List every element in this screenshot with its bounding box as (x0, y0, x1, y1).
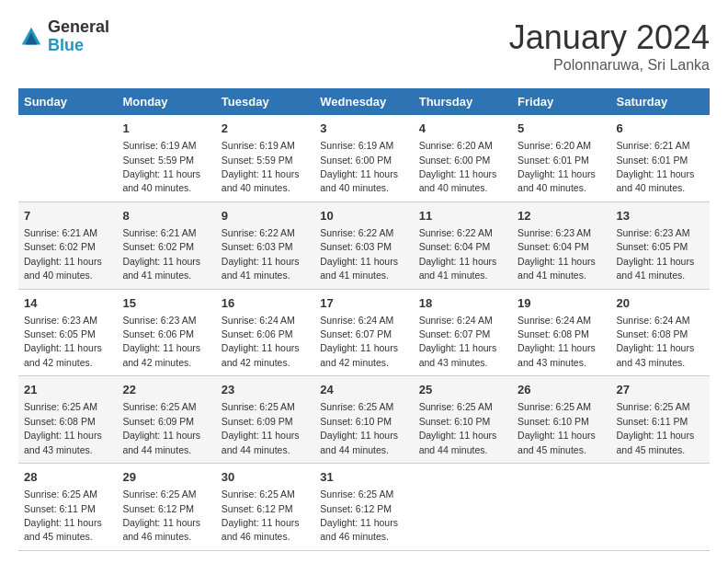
calendar-cell: 8Sunrise: 6:21 AMSunset: 6:02 PMDaylight… (117, 201, 215, 289)
sunrise-info: Sunrise: 6:25 AM (24, 401, 97, 412)
calendar-table: SundayMondayTuesdayWednesdayThursdayFrid… (18, 88, 710, 551)
day-number: 13 (617, 208, 704, 224)
sunrise-info: Sunrise: 6:20 AM (518, 140, 591, 151)
weekday-header-row: SundayMondayTuesdayWednesdayThursdayFrid… (18, 88, 710, 115)
sunrise-info: Sunrise: 6:25 AM (222, 488, 295, 500)
sunset-info: Sunset: 6:12 PM (222, 503, 293, 514)
sunrise-info: Sunrise: 6:24 AM (222, 315, 295, 326)
sunset-info: Sunset: 6:09 PM (222, 416, 293, 427)
daylight-info: Daylight: 11 hours and 40 minutes. (122, 168, 200, 193)
calendar-cell: 14Sunrise: 6:23 AMSunset: 6:05 PMDayligh… (18, 289, 117, 376)
sunset-info: Sunset: 6:00 PM (419, 155, 491, 166)
sunset-info: Sunset: 6:03 PM (320, 241, 392, 252)
sunrise-info: Sunrise: 6:19 AM (320, 140, 393, 151)
day-number: 25 (419, 382, 506, 398)
calendar-cell: 28Sunrise: 6:25 AMSunset: 6:11 PMDayligh… (18, 464, 117, 551)
sunset-info: Sunset: 5:59 PM (122, 155, 194, 166)
day-number: 18 (419, 295, 506, 312)
day-number: 27 (617, 382, 704, 398)
calendar-week-row: 21Sunrise: 6:25 AMSunset: 6:08 PMDayligh… (18, 376, 710, 464)
calendar-cell: 9Sunrise: 6:22 AMSunset: 6:03 PMDaylight… (216, 201, 314, 289)
daylight-info: Daylight: 11 hours and 45 minutes. (518, 430, 596, 454)
sunrise-info: Sunrise: 6:22 AM (320, 227, 393, 238)
sunset-info: Sunset: 6:07 PM (320, 328, 392, 339)
sunrise-info: Sunrise: 6:24 AM (320, 315, 393, 326)
sunrise-info: Sunrise: 6:21 AM (617, 140, 690, 151)
daylight-info: Daylight: 11 hours and 45 minutes. (24, 517, 102, 542)
calendar-cell: 31Sunrise: 6:25 AMSunset: 6:12 PMDayligh… (314, 464, 413, 551)
sunrise-info: Sunrise: 6:24 AM (617, 315, 690, 326)
day-number: 6 (617, 121, 704, 137)
sunrise-info: Sunrise: 6:21 AM (24, 227, 97, 238)
day-number: 14 (24, 295, 111, 312)
day-number: 30 (222, 469, 309, 486)
calendar-cell: 12Sunrise: 6:23 AMSunset: 6:04 PMDayligh… (512, 201, 610, 289)
daylight-info: Daylight: 11 hours and 44 minutes. (222, 430, 300, 454)
sunset-info: Sunset: 6:01 PM (617, 155, 688, 166)
weekday-header-friday: Friday (512, 88, 610, 115)
day-number: 3 (320, 121, 407, 137)
calendar-cell (18, 115, 117, 201)
sunset-info: Sunset: 6:06 PM (222, 328, 293, 339)
calendar-cell: 22Sunrise: 6:25 AMSunset: 6:09 PMDayligh… (117, 376, 215, 464)
sunrise-info: Sunrise: 6:25 AM (320, 488, 393, 500)
daylight-info: Daylight: 11 hours and 44 minutes. (419, 430, 497, 454)
sunrise-info: Sunrise: 6:22 AM (222, 227, 295, 238)
daylight-info: Daylight: 11 hours and 43 minutes. (518, 342, 596, 367)
month-year-title: January 2024 (509, 18, 710, 57)
daylight-info: Daylight: 11 hours and 42 minutes. (320, 342, 398, 367)
sunset-info: Sunset: 6:05 PM (24, 328, 96, 339)
day-number: 28 (24, 469, 111, 486)
daylight-info: Daylight: 11 hours and 43 minutes. (617, 342, 695, 367)
weekday-header-saturday: Saturday (611, 88, 710, 115)
sunset-info: Sunset: 6:08 PM (518, 328, 589, 339)
sunrise-info: Sunrise: 6:25 AM (222, 401, 295, 412)
calendar-cell: 30Sunrise: 6:25 AMSunset: 6:12 PMDayligh… (216, 464, 314, 551)
daylight-info: Daylight: 11 hours and 41 minutes. (419, 256, 497, 281)
calendar-cell: 19Sunrise: 6:24 AMSunset: 6:08 PMDayligh… (512, 289, 610, 376)
calendar-week-row: 7Sunrise: 6:21 AMSunset: 6:02 PMDaylight… (18, 201, 710, 289)
weekday-header-thursday: Thursday (414, 88, 512, 115)
calendar-cell (414, 464, 512, 551)
calendar-cell: 18Sunrise: 6:24 AMSunset: 6:07 PMDayligh… (414, 289, 512, 376)
calendar-cell (611, 464, 710, 551)
day-number: 26 (518, 382, 605, 398)
day-number: 24 (320, 382, 407, 398)
logo-text: General Blue (48, 18, 109, 55)
daylight-info: Daylight: 11 hours and 40 minutes. (518, 168, 596, 193)
sunrise-info: Sunrise: 6:21 AM (122, 227, 196, 238)
sunset-info: Sunset: 6:02 PM (24, 241, 96, 252)
sunrise-info: Sunrise: 6:25 AM (518, 401, 591, 412)
day-number: 7 (24, 208, 111, 224)
daylight-info: Daylight: 11 hours and 43 minutes. (419, 342, 497, 367)
day-number: 16 (222, 295, 309, 312)
daylight-info: Daylight: 11 hours and 40 minutes. (222, 168, 300, 193)
calendar-cell: 23Sunrise: 6:25 AMSunset: 6:09 PMDayligh… (216, 376, 314, 464)
sunrise-info: Sunrise: 6:24 AM (419, 315, 493, 326)
day-number: 20 (617, 295, 704, 312)
calendar-week-row: 14Sunrise: 6:23 AMSunset: 6:05 PMDayligh… (18, 289, 710, 376)
weekday-header-wednesday: Wednesday (314, 88, 413, 115)
calendar-cell: 26Sunrise: 6:25 AMSunset: 6:10 PMDayligh… (512, 376, 610, 464)
daylight-info: Daylight: 11 hours and 40 minutes. (320, 168, 398, 193)
sunrise-info: Sunrise: 6:25 AM (617, 401, 690, 412)
sunrise-info: Sunrise: 6:19 AM (222, 140, 295, 151)
sunset-info: Sunset: 6:11 PM (24, 503, 96, 514)
calendar-cell: 5Sunrise: 6:20 AMSunset: 6:01 PMDaylight… (512, 115, 610, 201)
sunrise-info: Sunrise: 6:25 AM (24, 488, 97, 500)
weekday-header-monday: Monday (117, 88, 215, 115)
sunset-info: Sunset: 6:09 PM (122, 416, 194, 427)
day-number: 12 (518, 208, 605, 224)
daylight-info: Daylight: 11 hours and 40 minutes. (617, 168, 695, 193)
day-number: 22 (122, 382, 210, 398)
day-number: 11 (419, 208, 506, 224)
calendar-cell: 6Sunrise: 6:21 AMSunset: 6:01 PMDaylight… (611, 115, 710, 201)
calendar-week-row: 28Sunrise: 6:25 AMSunset: 6:11 PMDayligh… (18, 464, 710, 551)
sunset-info: Sunset: 6:07 PM (419, 328, 491, 339)
day-number: 23 (222, 382, 309, 398)
day-number: 29 (122, 469, 210, 486)
sunrise-info: Sunrise: 6:23 AM (122, 315, 196, 326)
calendar-cell (512, 464, 610, 551)
daylight-info: Daylight: 11 hours and 43 minutes. (24, 430, 102, 454)
calendar-cell: 1Sunrise: 6:19 AMSunset: 5:59 PMDaylight… (117, 115, 215, 201)
